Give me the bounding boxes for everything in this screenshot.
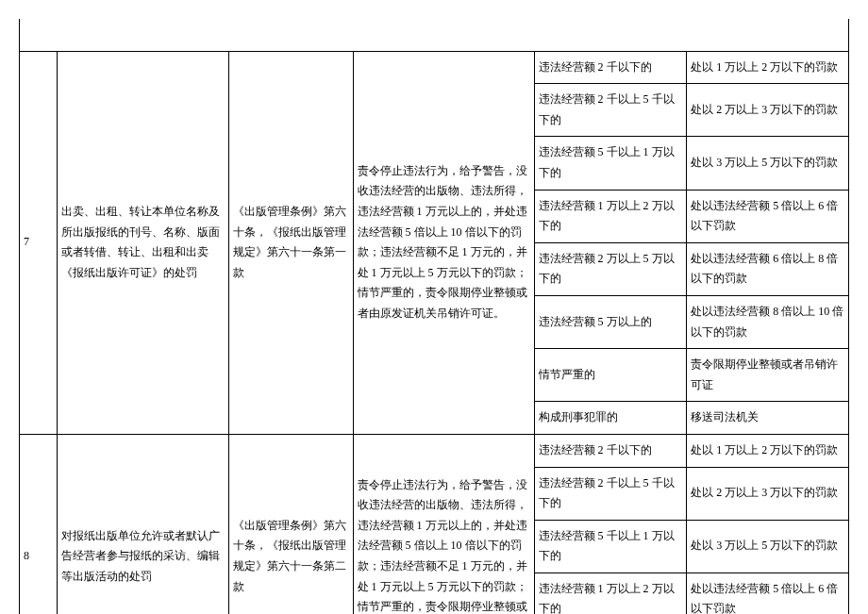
result-cell: 处以 1 万以上 2 万以下的罚款: [687, 51, 849, 84]
condition-cell: 违法经营额 2 千以下的: [534, 434, 687, 467]
blank-cell: [534, 19, 687, 51]
result-cell: 处以 3 万以上 5 万以下的罚款: [687, 137, 849, 190]
table-row: [20, 19, 849, 51]
result-cell: 处以违法经营额 8 倍以上 10 倍以下的罚款: [687, 295, 849, 348]
blank-cell: [58, 19, 229, 51]
blank-cell: [229, 19, 353, 51]
condition-cell: 违法经营额 2 万以上 5 万以下的: [534, 242, 687, 295]
condition-cell: 违法经营额 5 千以上 1 万以下的: [534, 137, 687, 190]
result-cell: 处以违法经营额 5 倍以上 6 倍以下罚款: [687, 573, 849, 614]
result-cell: 处以违法经营额 5 倍以上 6 倍以下罚款: [687, 190, 849, 242]
condition-cell: 违法经营额 2 千以上 5 千以下的: [534, 467, 687, 520]
regulation-table: 7 出卖、出租、转让本单位名称及所出版报纸的刊号、名称、版面或者转借、转让、出租…: [19, 19, 849, 614]
condition-cell: 违法经营额 2 千以下的: [534, 51, 687, 84]
legal-basis: 《出版管理条例》第六十条，《报纸出版管理规定》第六十一条第二款: [229, 434, 353, 614]
row-number: 7: [20, 51, 58, 434]
result-cell: 处以 2 万以上 3 万以下的罚款: [687, 467, 849, 520]
row-number: 8: [20, 434, 58, 614]
table-row: 7 出卖、出租、转让本单位名称及所出版报纸的刊号、名称、版面或者转借、转让、出租…: [20, 51, 849, 84]
blank-cell: [353, 19, 534, 51]
violation-desc: 对报纸出版单位允许或者默认广告经营者参与报纸的采访、编辑等出版活动的处罚: [58, 434, 229, 614]
condition-cell: 违法经营额 1 万以上 2 万以下的: [534, 573, 687, 614]
condition-cell: 违法经营额 2 千以上 5 千以下的: [534, 84, 687, 137]
condition-cell: 情节严重的: [534, 349, 687, 402]
condition-cell: 违法经营额 1 万以上 2 万以下的: [534, 190, 687, 242]
blank-cell: [20, 19, 58, 51]
blank-cell: [687, 19, 849, 51]
result-cell: 处以 2 万以上 3 万以下的罚款: [687, 84, 849, 137]
penalty-desc: 责令停止违法行为，给予警告，没收违法经营的出版物、违法所得，违法经营额 1 万元…: [353, 434, 534, 614]
penalty-desc: 责令停止违法行为，给予警告，没收违法经营的出版物、违法所得，违法经营额 1 万元…: [353, 51, 534, 434]
result-cell: 处以违法经营额 6 倍以上 8 倍以下的罚款: [687, 242, 849, 295]
result-cell: 移送司法机关: [687, 402, 849, 435]
result-cell: 处以 3 万以上 5 万以下的罚款: [687, 520, 849, 573]
condition-cell: 违法经营额 5 万以上的: [534, 295, 687, 348]
result-cell: 责令限期停业整顿或者吊销许可证: [687, 349, 849, 402]
table-row: 8 对报纸出版单位允许或者默认广告经营者参与报纸的采访、编辑等出版活动的处罚 《…: [20, 434, 849, 467]
condition-cell: 违法经营额 5 千以上 1 万以下的: [534, 520, 687, 573]
violation-desc: 出卖、出租、转让本单位名称及所出版报纸的刊号、名称、版面或者转借、转让、出租和出…: [58, 51, 229, 434]
legal-basis: 《出版管理条例》第六十条，《报纸出版管理规定》第六十一条第一款: [229, 51, 353, 434]
condition-cell: 构成刑事犯罪的: [534, 402, 687, 435]
result-cell: 处以 1 万以上 2 万以下的罚款: [687, 434, 849, 467]
